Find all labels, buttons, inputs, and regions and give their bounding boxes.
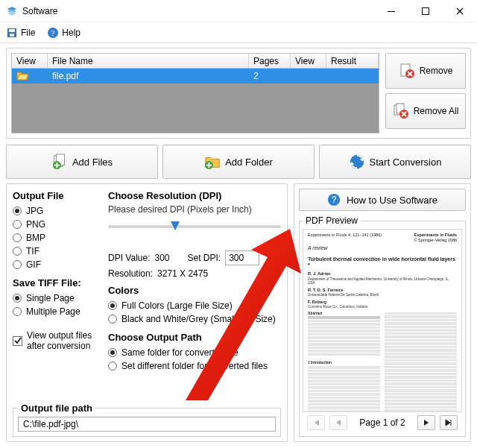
menu-file[interactable]: File [3, 25, 38, 40]
radio-bw[interactable]: Black and White/Grey (Small File Size) [108, 312, 281, 326]
radio-tif-label: TIF [26, 246, 40, 256]
radio-same-label: Same folder for converted file [121, 347, 238, 358]
minimize-button[interactable] [374, 0, 408, 22]
radio-diff-folder[interactable]: Set different folder for converted files [108, 359, 281, 373]
table-row[interactable]: file.pdf 2 [12, 69, 379, 83]
app-icon [6, 5, 18, 17]
preview-panel: ? How to Use Software PDF Preview Experi… [294, 183, 471, 442]
convert-icon [349, 154, 365, 170]
radio-bmp-label: BMP [26, 233, 45, 243]
pager-label: Page 1 of 2 [352, 417, 413, 428]
svg-rect-0 [388, 11, 395, 12]
svg-rect-3 [9, 29, 15, 32]
remove-all-icon [393, 103, 409, 119]
pager-last-button[interactable] [440, 415, 458, 430]
svg-rect-1 [423, 7, 429, 14]
how-to-label: How to Use Software [347, 195, 437, 206]
aff1: Department of Theoretical and Applied Me… [308, 277, 457, 285]
pager-first-button[interactable] [307, 415, 325, 430]
start-conversion-button[interactable]: Start Conversion [319, 145, 471, 179]
radio-single-page[interactable]: Single Page [13, 291, 102, 305]
radio-bw-label: Black and White/Grey (Small File Size) [121, 314, 276, 324]
colors-title: Colors [108, 285, 281, 296]
options-panel: Output File JPG PNG BMP TIF GIF Save TIF… [6, 183, 288, 442]
remove-all-button[interactable]: Remove All [385, 93, 466, 129]
table-header: View File Name Pages View Result [12, 54, 379, 69]
pdf-preview-legend: PDF Preview [303, 215, 361, 226]
output-path-input[interactable] [18, 417, 276, 432]
add-files-label: Add Files [72, 157, 113, 168]
author3: F. Boberg [308, 300, 326, 304]
col-view[interactable]: View [12, 54, 48, 68]
add-folder-label: Add Folder [225, 157, 273, 168]
radio-diff-label: Set different folder for converted files [121, 361, 268, 371]
menu-file-label: File [21, 28, 35, 38]
pager: Page 1 of 2 [303, 412, 462, 433]
author2: R. T. D. S. Ferreira [308, 288, 343, 292]
maximize-button[interactable] [408, 0, 443, 22]
file-table: View File Name Pages View Result [11, 53, 379, 133]
pager-prev-button[interactable] [329, 415, 347, 430]
intro-label: 1 Introduction [308, 361, 332, 365]
file-list-group: View File Name Pages View Result [6, 48, 471, 139]
radio-full-colors[interactable]: Full Colors (Large File Size) [108, 299, 281, 312]
abstract-label: Abstract [308, 312, 322, 315]
title-bar: Software [0, 0, 477, 22]
help-icon: ? [47, 27, 59, 39]
remove-button[interactable]: Remove [385, 53, 466, 89]
svg-point-16 [350, 155, 363, 168]
menu-help[interactable]: ? Help [44, 25, 83, 40]
dpi-value: 300 [154, 253, 183, 263]
folder-open-icon [16, 70, 28, 82]
remove-label: Remove [420, 66, 453, 76]
radio-same-folder[interactable]: Same folder for converted file [108, 346, 281, 359]
col-pages[interactable]: Pages [249, 54, 291, 68]
radio-full-label: Full Colors (Large File Size) [121, 300, 233, 311]
set-dpi-label: Set DPI: [187, 253, 221, 263]
add-files-button[interactable]: Add Files [6, 145, 158, 179]
resolution-label: Resolution: [108, 268, 153, 279]
radio-gif-label: GIF [26, 259, 41, 270]
radio-single-label: Single Page [26, 293, 75, 303]
save-icon [6, 27, 18, 39]
radio-multiple-page[interactable]: Multiple Page [13, 305, 102, 318]
aff2: Universidade Federal De Santa Catarina, … [308, 293, 457, 297]
menu-help-label: Help [62, 28, 80, 38]
radio-jpg-label: JPG [26, 206, 43, 216]
output-file-title: Output File [13, 190, 102, 201]
svg-rect-4 [10, 34, 14, 37]
view-output-checkbox[interactable]: View output files after conversion [13, 329, 102, 353]
col-view2[interactable]: View [291, 54, 326, 68]
add-files-icon [51, 154, 68, 170]
col-filename[interactable]: File Name [48, 54, 249, 68]
set-dpi-input[interactable] [225, 250, 259, 265]
radio-multiple-label: Multiple Page [26, 306, 80, 317]
menu-bar: File ? Help [0, 22, 477, 43]
file-name: file.pdf [52, 71, 78, 81]
radio-bmp[interactable]: BMP [13, 231, 102, 244]
aff3: Cummins Motor Co., Columbus, Indiana [308, 305, 457, 309]
preview-review: A review [308, 245, 457, 251]
radio-png[interactable]: PNG [13, 218, 102, 231]
resolution-title: Choose Resolution (DPI) [108, 190, 281, 201]
resolution-subtitle: Please desired DPI (Pixels per Inch) [108, 204, 281, 215]
radio-jpg[interactable]: JPG [13, 204, 102, 218]
pdf-preview[interactable]: Experiments in Fluids 4, 121–141 (1986) … [303, 229, 462, 412]
pager-next-button[interactable] [417, 415, 435, 430]
view-output-label: View output files after conversion [27, 330, 101, 351]
help-circle-icon: ? [327, 193, 341, 206]
window-title: Software [22, 6, 57, 16]
close-button[interactable] [443, 0, 477, 22]
add-folder-button[interactable]: Add Folder [162, 145, 315, 179]
col-result[interactable]: Result [326, 54, 379, 68]
dpi-slider[interactable] [108, 218, 281, 236]
pdf-preview-group: PDF Preview Experiments in Fluids 4, 121… [299, 215, 466, 437]
start-conversion-label: Start Conversion [370, 157, 442, 168]
how-to-button[interactable]: ? How to Use Software [299, 189, 466, 211]
author1: R. J. Adrian [308, 271, 330, 276]
journal-right: Experiments in Fluids [414, 233, 457, 237]
radio-tif[interactable]: TIF [13, 244, 102, 258]
publisher: © Springer-Verlag 1986 [414, 238, 457, 242]
action-row: Add Files Add Folder Start Conversion [6, 145, 471, 179]
radio-gif[interactable]: GIF [13, 258, 102, 271]
